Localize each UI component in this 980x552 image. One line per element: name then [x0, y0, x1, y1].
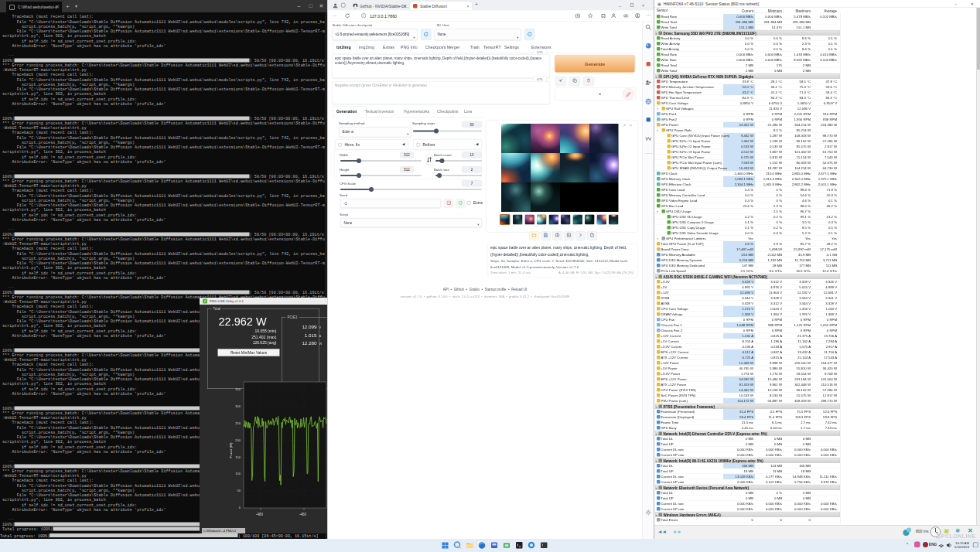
svg-text:i: i	[364, 14, 364, 18]
